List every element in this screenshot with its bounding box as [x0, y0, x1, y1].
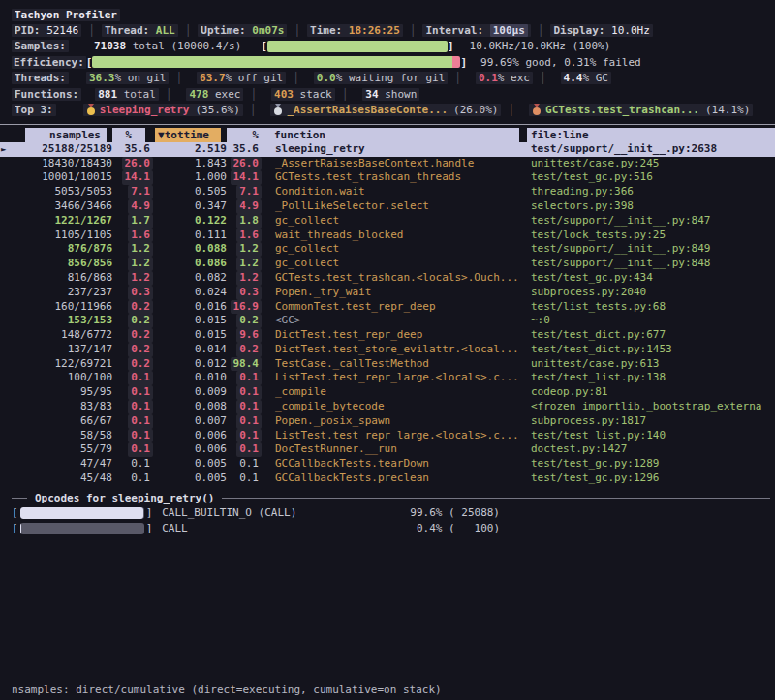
cell-nsamples: 856/856: [25, 257, 112, 271]
separator: │: [342, 88, 349, 101]
cell-percent-cumulative: 26.0: [227, 157, 262, 171]
cell-function: DocTestRunner.__run: [269, 442, 519, 457]
cell-percent-cumulative: 0.1: [227, 472, 262, 486]
table-row[interactable]: 95/95 0.1 0.009 0.1 _compile codeop.py:8…: [0, 385, 775, 400]
cell-percent-cumulative: 1.6: [227, 228, 262, 243]
status-label: PID:: [15, 24, 41, 37]
table-body: 25188/25189 35.6 2.519 35.6 sleeping_ret…: [0, 142, 775, 486]
stat-text: % on gil: [114, 72, 166, 84]
cell-tottime: 0.005: [153, 472, 227, 486]
table-row[interactable]: 856/856 1.2 0.086 1.2 gc_collect test/su…: [0, 257, 775, 271]
table-row[interactable]: 237/237 0.3 0.024 0.3 Popen._try_wait su…: [0, 286, 775, 300]
table-row[interactable]: 137/147 0.2 0.014 0.2 DictTest.test_stor…: [0, 343, 775, 357]
opcode-name: CALL_BUILTIN_O (CALL): [162, 506, 296, 519]
cell-percent-direct: 0.2: [112, 300, 153, 315]
top-function-item[interactable]: _AssertRaisesBaseConte...(26.0%): [270, 104, 501, 116]
cell-tottime: 0.006: [153, 442, 227, 457]
status-value: 10.0Hz: [611, 24, 650, 37]
stat-value: 4.4: [564, 72, 583, 84]
opcode-bar-track: [20, 523, 144, 534]
efficiency-good-fill: [92, 56, 452, 68]
table-row[interactable]: 45/48 0.1 0.005 0.1 GCCallbackTests.prec…: [0, 472, 775, 486]
cell-file-line: test/test_gc.py:434: [527, 271, 775, 286]
bronze-medal-icon: [533, 107, 541, 115]
cell-nsamples: 95/95: [25, 385, 112, 400]
status-value: 52146: [46, 24, 78, 37]
table-row[interactable]: 10001/10015 14.1 1.000 14.1 GCTests.test…: [0, 170, 775, 185]
cell-spacer: [262, 242, 269, 257]
table-row[interactable]: 1221/1267 1.7 0.122 1.8 gc_collect test/…: [0, 214, 775, 228]
cell-file-line: test/support/__init__.py:2638: [527, 142, 775, 157]
opcodes-section: Opcodes for sleeping_retry() [ ] CALL_BU…: [0, 491, 775, 536]
top-function-item[interactable]: GCTests.test_trashcan...(14.1%): [529, 104, 753, 116]
separator: │: [294, 24, 300, 37]
row-cursor: [0, 429, 25, 443]
cell-spacer: [262, 271, 269, 286]
bracket-close: ]: [146, 522, 153, 534]
cell-spacer: [262, 300, 269, 315]
cell-function: GCTests.test_trashcan_threads: [269, 170, 519, 185]
opcode-name: CALL: [162, 522, 188, 534]
cell-spacer: [262, 357, 269, 372]
efficiency-line: Efficiency: [] 99.69% good, 0.31% failed: [12, 54, 775, 70]
table-row[interactable]: 160/11966 0.2 0.016 16.9 CommonTest.test…: [0, 300, 775, 315]
table-row[interactable]: 100/100 0.1 0.010 0.1 ListTest.test_repr…: [0, 371, 775, 385]
row-cursor: [0, 157, 25, 171]
stat-value: 36.3: [89, 72, 115, 84]
bracket-close: ]: [448, 40, 454, 52]
cell-spacer: [519, 314, 527, 328]
stat-group: 881 total: [95, 88, 159, 101]
separator: │: [508, 104, 514, 116]
opcode-percent: 99.6% ( 25088): [397, 506, 500, 519]
cell-percent-direct: 1.7: [112, 214, 153, 228]
table-row[interactable]: 3466/3466 4.9 0.347 4.9 _PollLikeSelecto…: [0, 199, 775, 214]
stat-value: 0.1: [479, 72, 498, 84]
table-row[interactable]: 47/47 0.1 0.005 0.1 GCCallbackTests.tear…: [0, 457, 775, 472]
cell-function: _AssertRaisesBaseContext.handle: [269, 157, 519, 171]
table-row[interactable]: 816/868 1.2 0.082 1.2 GCTests.test_trash…: [0, 271, 775, 286]
separator: │: [166, 88, 172, 101]
table-row[interactable]: 55/79 0.1 0.006 0.1 DocTestRunner.__run …: [0, 442, 775, 457]
cell-function: GCCallbackTests.preclean: [269, 472, 519, 486]
table-row[interactable]: 18430/18430 26.0 1.843 26.0 _AssertRaise…: [0, 157, 775, 171]
table-row[interactable]: 122/69721 0.2 0.012 98.4 TestCase._callT…: [0, 357, 775, 372]
cell-file-line: test/test_list.py:138: [527, 371, 775, 385]
table-row[interactable]: 876/876 1.2 0.088 1.2 gc_collect test/su…: [0, 242, 775, 257]
cell-nsamples: 83/83: [25, 400, 112, 414]
cell-spacer: [519, 400, 527, 414]
threads-line: Threads:36.3% on gil│63.7% off gil│0.0% …: [12, 71, 775, 86]
table-row[interactable]: 5053/5053 7.1 0.505 7.1 Condition.wait t…: [0, 185, 775, 199]
cell-percent-cumulative: 0.1: [227, 371, 262, 385]
table-row[interactable]: 83/83 0.1 0.008 0.1 _compile_bytecode <f…: [0, 400, 775, 414]
table-row[interactable]: 25188/25189 35.6 2.519 35.6 sleeping_ret…: [0, 142, 775, 157]
header-function[interactable]: function: [269, 128, 519, 142]
table-row[interactable]: 153/153 0.2 0.015 0.2 <GC> ~:0: [0, 314, 775, 328]
header-tottime-sort[interactable]: ▼tottime: [155, 128, 221, 142]
cell-spacer: [519, 157, 527, 171]
cell-function: gc_collect: [269, 242, 519, 257]
top-function-item[interactable]: sleeping_retry(35.6%): [83, 104, 243, 116]
table-row[interactable]: 66/67 0.1 0.007 0.1 Popen._posix_spawn s…: [0, 414, 775, 429]
cell-nsamples: 66/67: [25, 414, 112, 429]
opcodes-rows: [ ] CALL_BUILTIN_O (CALL) 99.6% ( 25088)…: [12, 505, 775, 536]
header-nsamples[interactable]: nsamples: [25, 128, 107, 142]
cell-nsamples: 58/58: [25, 429, 112, 443]
table-row[interactable]: 58/58 0.1 0.006 0.1 ListTest.test_repr_l…: [0, 429, 775, 443]
samples-total: 71038 total (10000.4/s): [94, 40, 241, 52]
opcode-bar-fill: [20, 523, 21, 534]
cell-percent-cumulative: 0.1: [227, 429, 262, 443]
cell-percent-direct: 0.2: [112, 343, 153, 357]
title-line: Tachyon Profiler: [12, 7, 775, 22]
samples-count: 71038: [94, 40, 126, 52]
row-cursor: [0, 343, 25, 357]
cell-nsamples: 1105/1105: [25, 228, 112, 243]
header-file-line[interactable]: file:line: [527, 128, 775, 142]
table-row[interactable]: 1105/1105 1.6 0.111 1.6 wait_threads_blo…: [0, 228, 775, 243]
row-cursor: [0, 414, 25, 429]
row-cursor: [0, 142, 25, 157]
row-cursor: [0, 457, 25, 472]
row-cursor: [0, 242, 25, 257]
header-percent-direct[interactable]: %: [112, 128, 145, 142]
header-percent-cumulative[interactable]: %: [227, 128, 262, 142]
table-row[interactable]: 148/6772 0.2 0.015 9.6 DictTest.test_rep…: [0, 328, 775, 343]
